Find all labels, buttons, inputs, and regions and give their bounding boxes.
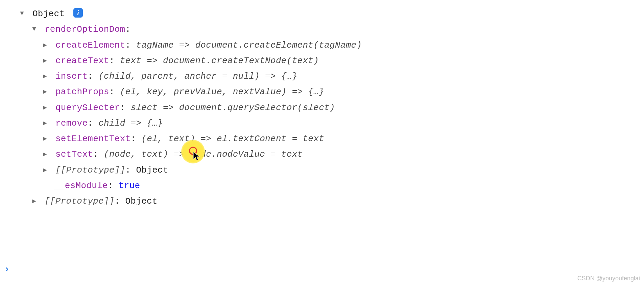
property-name: createText	[55, 56, 109, 66]
property-value: Object	[136, 165, 168, 175]
property-name: [[Prototype]]	[45, 196, 115, 206]
property-name: [[Prototype]]	[55, 165, 125, 175]
tree-row-querySlecter[interactable]: querySlecter: slect => document.querySel…	[41, 100, 644, 115]
tree-row-createText[interactable]: createText: text => document.createTextN…	[41, 53, 644, 69]
property-name: setText	[55, 149, 93, 159]
expand-toggle[interactable]	[41, 133, 49, 145]
property-value: (el, key, prevValue, nextValue) => {…}	[120, 87, 324, 97]
property-name: setElementText	[55, 134, 131, 144]
tree-row-setElementText[interactable]: setElementText: (el, text) => el.textCon…	[41, 131, 644, 147]
property-value: (child, parent, ancher = null) => {…}	[98, 71, 297, 81]
expand-toggle[interactable]	[41, 149, 49, 160]
underscore-prefix: __	[54, 181, 65, 191]
property-name: remove	[55, 118, 88, 128]
tree-row-root[interactable]: Object i	[18, 6, 644, 22]
expand-toggle[interactable]	[41, 71, 49, 82]
property-value: text => document.createTextNode(text)	[120, 56, 319, 66]
property-name: esModule	[65, 181, 108, 191]
expand-toggle[interactable]	[30, 196, 38, 207]
expand-toggle[interactable]	[41, 40, 49, 51]
expand-toggle[interactable]	[41, 165, 49, 176]
console-prompt-chevron-icon[interactable]: ›	[4, 264, 10, 275]
colon: :	[125, 24, 130, 34]
tree-row-patchProps[interactable]: patchProps: (el, key, prevValue, nextVal…	[41, 84, 644, 100]
expand-toggle[interactable]	[41, 55, 49, 67]
property-value: true	[119, 181, 140, 191]
property-name: insert	[55, 71, 88, 81]
property-name: patchProps	[55, 87, 109, 97]
watermark-text: CSDN @youyoufenglai	[577, 275, 640, 282]
tree-row-createElement[interactable]: createElement: tagName => document.creat…	[41, 37, 644, 53]
property-name: querySlecter	[55, 103, 120, 113]
tree-row-remove[interactable]: remove: child => {…}	[41, 115, 644, 131]
tree-row-outer-prototype[interactable]: [[Prototype]]: Object	[30, 193, 644, 209]
property-value: tagName => document.createElement(tagNam…	[136, 40, 362, 50]
tree-row-insert[interactable]: insert: (child, parent, ancher = null) =…	[41, 69, 644, 84]
expand-toggle[interactable]	[18, 8, 26, 20]
property-value: slect => document.querySelector(slect)	[131, 103, 335, 113]
property-value: child => {…}	[98, 118, 163, 128]
object-label: Object	[32, 9, 65, 19]
property-name: createElement	[55, 40, 125, 50]
expand-toggle[interactable]	[30, 24, 38, 35]
info-icon[interactable]: i	[73, 8, 83, 18]
expand-toggle[interactable]	[41, 118, 49, 129]
property-name: renderOptionDom	[45, 24, 125, 34]
tree-row-inner-prototype[interactable]: [[Prototype]]: Object	[41, 162, 644, 178]
expand-toggle[interactable]	[41, 102, 49, 114]
property-value: Object	[125, 196, 157, 206]
console-object-tree: Object i renderOptionDom: createElement:…	[0, 0, 644, 209]
tree-row-setText[interactable]: setText: (node, text) => node.nodeValue …	[41, 147, 644, 162]
prompt-glyph: ›	[4, 264, 10, 275]
property-value: (el, text) => el.textConent = text	[141, 134, 324, 144]
tree-row-renderOptionDom[interactable]: renderOptionDom:	[30, 22, 644, 37]
property-value: (node, text) => node.nodeValue = text	[104, 149, 303, 159]
tree-row-esModule[interactable]: __esModule: true	[41, 178, 644, 193]
expand-toggle[interactable]	[41, 86, 49, 98]
